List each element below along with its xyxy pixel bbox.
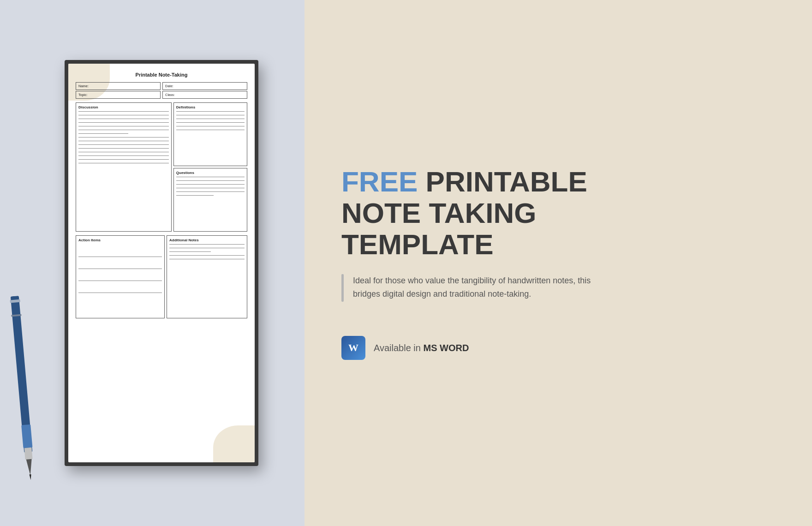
header-fields-row2: Topic: Class: xyxy=(76,91,247,99)
questions-lines xyxy=(176,177,245,196)
word-icon: W xyxy=(341,336,365,360)
available-label: Available in xyxy=(374,343,423,353)
line xyxy=(78,144,169,145)
line xyxy=(169,255,245,256)
ms-word-text: Available in MS WORD xyxy=(374,343,469,353)
line xyxy=(78,122,169,123)
line xyxy=(78,152,169,152)
header-fields-row1: Name: Date: xyxy=(76,82,247,90)
discussion-label: Discussion xyxy=(78,105,169,109)
line xyxy=(176,122,245,123)
definitions-label: Definitions xyxy=(176,105,245,109)
svg-rect-3 xyxy=(21,424,32,448)
line-short xyxy=(176,195,214,196)
line xyxy=(78,163,169,163)
line xyxy=(176,177,245,177)
name-field: Name: xyxy=(76,82,161,90)
line xyxy=(78,115,169,115)
word-icon-letter: W xyxy=(348,342,358,354)
questions-label: Questions xyxy=(176,171,245,175)
line xyxy=(78,159,169,160)
svg-marker-6 xyxy=(30,474,32,480)
description-text: Ideal for those who value the tangibilit… xyxy=(353,274,602,301)
line xyxy=(78,130,169,130)
row-line xyxy=(78,281,162,293)
line xyxy=(176,184,245,185)
document-content: Printable Note-Taking Name: Date: Topic:… xyxy=(68,64,255,462)
ms-word-label: MS WORD xyxy=(423,343,469,353)
line xyxy=(176,115,245,115)
class-field: Class: xyxy=(162,91,247,99)
line xyxy=(169,248,245,248)
line xyxy=(176,126,245,126)
svg-marker-5 xyxy=(26,459,33,476)
line-short xyxy=(169,251,211,252)
right-column: Definitions Questions xyxy=(173,102,247,232)
line xyxy=(176,111,245,112)
pen-decoration xyxy=(6,294,50,490)
questions-section: Questions xyxy=(173,168,247,232)
divider-bar xyxy=(341,274,344,302)
line xyxy=(78,111,169,112)
line xyxy=(176,180,245,181)
discussion-lines xyxy=(78,111,169,163)
discussion-section: Discussion xyxy=(76,102,172,232)
line xyxy=(78,119,169,119)
document-title: Printable Note-Taking xyxy=(76,72,247,78)
ms-word-row: W Available in MS WORD xyxy=(341,336,775,360)
line xyxy=(78,141,169,141)
line xyxy=(78,148,169,149)
line xyxy=(78,137,169,137)
line xyxy=(78,126,169,126)
action-items-rows xyxy=(78,245,162,293)
line xyxy=(169,244,245,245)
bottom-sections: Action Items Additional Notes xyxy=(76,235,247,318)
topic-field: Topic: xyxy=(76,91,161,99)
row-line xyxy=(78,245,162,257)
row-line xyxy=(78,269,162,281)
document-paper: Printable Note-Taking Name: Date: Topic:… xyxy=(68,64,255,462)
main-sections: Discussion xyxy=(76,102,247,232)
definitions-lines xyxy=(176,111,245,130)
action-items-label: Action Items xyxy=(78,238,162,242)
svg-rect-4 xyxy=(24,448,33,460)
line xyxy=(176,130,245,130)
right-panel: FREE PRINTABLENOTE TAKINGTEMPLATE Ideal … xyxy=(304,0,812,526)
definitions-section: Definitions xyxy=(173,102,247,166)
additional-notes-lines xyxy=(169,244,245,259)
date-field: Date: xyxy=(162,82,247,90)
headline-free: FREE xyxy=(341,166,418,197)
additional-notes-section: Additional Notes xyxy=(167,235,247,318)
line xyxy=(176,119,245,119)
line xyxy=(169,259,245,259)
additional-notes-label: Additional Notes xyxy=(169,238,245,242)
line xyxy=(176,191,245,192)
headline: FREE PRINTABLENOTE TAKINGTEMPLATE xyxy=(341,166,775,261)
left-panel: Printable Note-Taking Name: Date: Topic:… xyxy=(0,0,304,526)
document-wrapper: Printable Note-Taking Name: Date: Topic:… xyxy=(65,60,258,466)
row-line xyxy=(78,257,162,269)
description-wrapper: Ideal for those who value the tangibilit… xyxy=(341,274,775,313)
action-items-section: Action Items xyxy=(76,235,165,318)
line xyxy=(78,155,169,156)
line xyxy=(176,188,245,188)
line-short xyxy=(78,133,128,134)
